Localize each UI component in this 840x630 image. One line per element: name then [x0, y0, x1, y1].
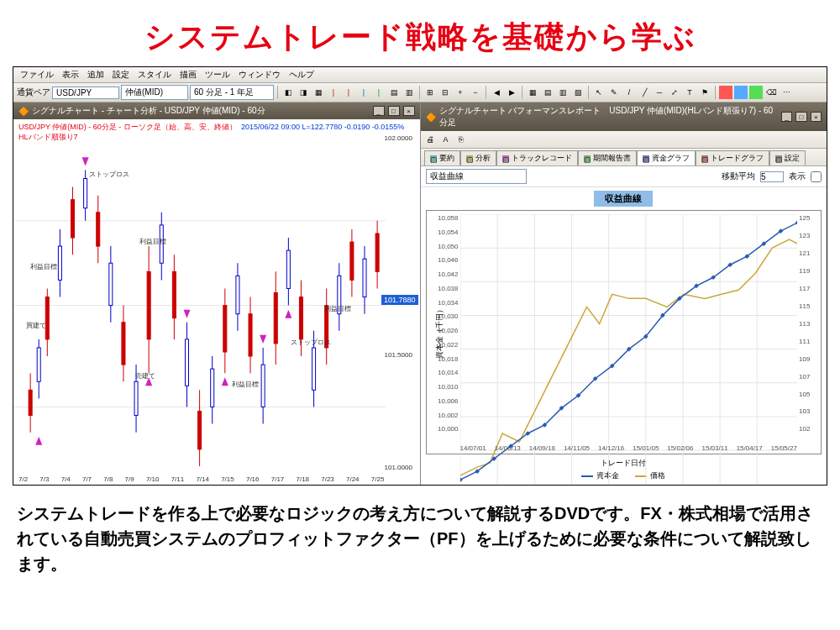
tool-icon[interactable]: |: [342, 86, 355, 99]
layout-icon[interactable]: ▧: [571, 86, 585, 99]
y-axis-right: 125123121119117115113111109107105103102: [799, 214, 819, 433]
tool-icon[interactable]: |: [327, 86, 340, 99]
print-icon[interactable]: 🖨: [424, 133, 438, 146]
minimize-icon[interactable]: _: [781, 112, 792, 122]
svg-rect-56: [350, 242, 354, 280]
svg-rect-14: [84, 179, 87, 208]
arrow-left-icon[interactable]: ◀: [490, 86, 503, 99]
page-description: システムトレードを作る上で必要なロジックの考え方について解説するDVDです。FX…: [0, 486, 840, 576]
color-icon[interactable]: [734, 86, 748, 99]
tool-icon[interactable]: ▥: [402, 86, 416, 99]
annotation: 利益目標: [139, 237, 166, 246]
svg-rect-34: [211, 369, 214, 407]
zoom-out-icon[interactable]: −: [469, 86, 482, 99]
menu-settings[interactable]: 設定: [113, 69, 129, 81]
x-axis: 7/27/37/47/77/87/97/107/117/147/157/167/…: [18, 475, 385, 483]
menu-draw[interactable]: 描画: [180, 69, 197, 81]
tab-period-report[interactable]: ▢期間報告書: [578, 150, 637, 165]
annotation: 利益目標: [324, 304, 351, 313]
menu-view[interactable]: 表示: [62, 69, 79, 81]
menu-style[interactable]: スタイル: [138, 69, 171, 81]
moving-avg-label: 移動平均: [722, 171, 755, 182]
close-icon[interactable]: ×: [811, 112, 822, 122]
left-panel-titlebar: 🔶 シグナルチャート - チャート分析 - USD/JPY 仲値(MID) - …: [13, 102, 420, 119]
svg-rect-10: [58, 246, 61, 280]
layout-icon[interactable]: ▦: [526, 86, 539, 99]
pencil-icon[interactable]: ✎: [607, 86, 621, 99]
eraser-icon[interactable]: ⌫: [764, 86, 778, 99]
tab-trade-graph[interactable]: ▢トレードグラフ: [696, 150, 769, 165]
menu-file[interactable]: ファイル: [20, 69, 54, 81]
trend-icon[interactable]: ⤢: [668, 86, 681, 99]
maximize-icon[interactable]: □: [388, 106, 400, 116]
minimize-icon[interactable]: _: [373, 106, 385, 116]
menu-add[interactable]: 追加: [87, 69, 104, 81]
mid-dropdown[interactable]: 仲値(MID): [121, 85, 188, 100]
layout-icon[interactable]: ▥: [556, 86, 570, 99]
line-icon[interactable]: /: [622, 86, 636, 99]
tab-track-record[interactable]: ▢トラックレコード: [496, 150, 578, 165]
close-icon[interactable]: ×: [403, 106, 415, 116]
svg-rect-24: [147, 271, 150, 339]
svg-rect-8: [45, 297, 49, 339]
tab-summary[interactable]: ▢要約: [424, 150, 460, 165]
y-axis-left: 10,05810,05410,05010,04610,04210,03810,0…: [428, 214, 459, 433]
svg-rect-58: [363, 259, 366, 297]
svg-marker-61: [35, 437, 42, 445]
tool-icon[interactable]: |: [372, 86, 386, 99]
svg-rect-38: [236, 276, 239, 313]
svg-rect-60: [375, 234, 379, 271]
layout-icon[interactable]: ▤: [541, 86, 554, 99]
curve-selector[interactable]: 収益曲線: [426, 169, 527, 184]
annotation: 利益目標: [232, 380, 259, 389]
cursor-icon[interactable]: ↖: [592, 86, 606, 99]
menu-window[interactable]: ウィンドウ: [239, 69, 281, 81]
line-icon[interactable]: ╱: [638, 86, 651, 99]
menubar: ファイル 表示 追加 設定 スタイル 描画 ツール ウィンドウ ヘルプ: [13, 67, 827, 83]
svg-rect-6: [37, 348, 40, 381]
x-axis: 14/07/0114/08/1314/09/1814/11/0514/12/16…: [460, 444, 798, 452]
annotation: 買建て: [26, 321, 46, 330]
moving-avg-input[interactable]: [760, 171, 784, 182]
logo-icon: 🔶: [426, 113, 436, 122]
menu-tool[interactable]: ツール: [205, 69, 230, 81]
candlestick-chart[interactable]: USD/JPY 仲値(MID) - 60分足 - ローソク足（始、高、安、終値）…: [13, 119, 420, 485]
timeframe-dropdown[interactable]: 60 分足 - 1 年足: [190, 85, 274, 100]
pair-label: 通貨ペア: [17, 87, 50, 98]
tool-icon[interactable]: ⊞: [423, 86, 437, 99]
flag-icon[interactable]: ⚑: [698, 86, 711, 99]
color-icon[interactable]: [719, 86, 732, 99]
left-panel-title: シグナルチャート - チャート分析 - USD/JPY 仲値(MID) - 60…: [32, 105, 265, 117]
pair-dropdown[interactable]: USD/JPY: [52, 87, 119, 99]
text-icon[interactable]: T: [683, 86, 696, 99]
tab-settings[interactable]: ▢設定: [769, 150, 806, 165]
export-icon[interactable]: ⎘: [454, 133, 468, 146]
svg-rect-44: [274, 292, 277, 343]
tool-icon[interactable]: ▦: [312, 86, 325, 99]
tool-icon[interactable]: ⊟: [438, 86, 452, 99]
tab-analysis[interactable]: ▢分析: [460, 150, 496, 165]
show-checkbox[interactable]: [811, 171, 822, 182]
color-icon[interactable]: [749, 86, 763, 99]
menu-help[interactable]: ヘルプ: [289, 69, 314, 81]
svg-marker-63: [222, 377, 228, 386]
svg-rect-22: [134, 381, 138, 415]
report-toolbar: 🖨 A ⎘: [421, 131, 827, 149]
line-icon[interactable]: ─: [653, 86, 666, 99]
font-icon[interactable]: A: [439, 133, 453, 146]
maximize-icon[interactable]: □: [795, 112, 806, 122]
tab-capital-graph[interactable]: ▢資金グラフ: [637, 150, 696, 165]
more-icon[interactable]: ⋯: [780, 86, 793, 99]
tool-icon[interactable]: ◧: [281, 86, 295, 99]
current-price-tag: 101.7880: [381, 295, 418, 305]
tool-icon[interactable]: ▤: [387, 86, 401, 99]
equity-chart-title: 収益曲線: [594, 191, 653, 207]
tool-icon[interactable]: |: [357, 86, 370, 99]
arrow-right-icon[interactable]: ▶: [505, 86, 518, 99]
x-axis-label: トレード日付: [421, 458, 827, 469]
graph-selector-row: 収益曲線 移動平均 表示: [421, 166, 827, 187]
tool-icon[interactable]: ◨: [297, 86, 310, 99]
equity-chart[interactable]: 資本金（千円） 10,05810,05410,05010,04610,04210…: [426, 210, 822, 454]
zoom-in-icon[interactable]: +: [454, 86, 467, 99]
svg-rect-20: [122, 323, 125, 365]
